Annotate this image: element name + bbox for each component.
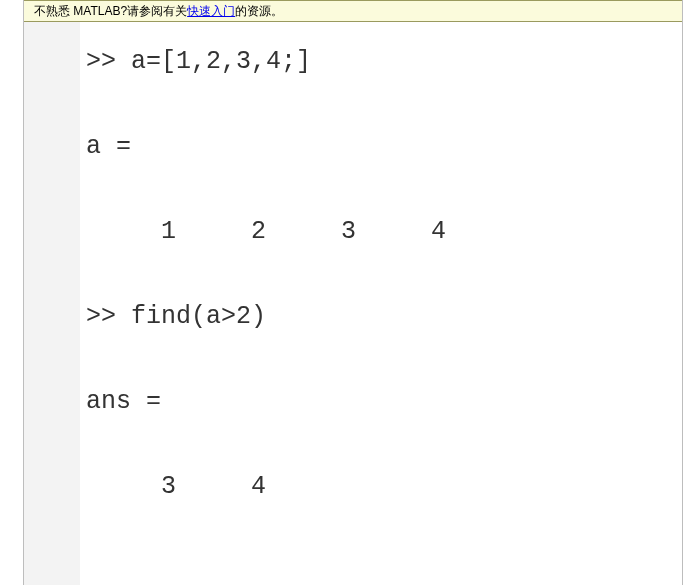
output-values: 3 4 <box>86 467 677 507</box>
prompt: >> <box>86 302 131 331</box>
code-area[interactable]: >> a=[1,2,3,4;] a = 1 2 3 4 >> find(a>2)… <box>80 22 683 585</box>
left-margin <box>0 0 24 585</box>
command-window[interactable]: >> a=[1,2,3,4;] a = 1 2 3 4 >> find(a>2)… <box>24 22 683 585</box>
command-line: >> find(a>2) <box>86 297 677 337</box>
prompt: >> <box>86 47 131 76</box>
blank-line <box>86 337 677 382</box>
blank-line <box>86 167 677 212</box>
banner-suffix: 的资源。 <box>235 2 283 20</box>
output-label: ans = <box>86 382 677 422</box>
welcome-banner: 不熟悉 MATLAB?请参阅有关 快速入门 的资源。 <box>24 0 683 22</box>
blank-line <box>86 82 677 127</box>
quick-start-link[interactable]: 快速入门 <box>187 2 235 20</box>
output-values: 1 2 3 4 <box>86 212 677 252</box>
gutter <box>24 22 80 585</box>
banner-prefix: 不熟悉 MATLAB?请参阅有关 <box>34 2 187 20</box>
output-label: a = <box>86 127 677 167</box>
command-line: >> a=[1,2,3,4;] <box>86 42 677 82</box>
blank-line <box>86 422 677 467</box>
command-text: a=[1,2,3,4;] <box>131 47 311 76</box>
blank-line <box>86 252 677 297</box>
command-text: find(a>2) <box>131 302 266 331</box>
